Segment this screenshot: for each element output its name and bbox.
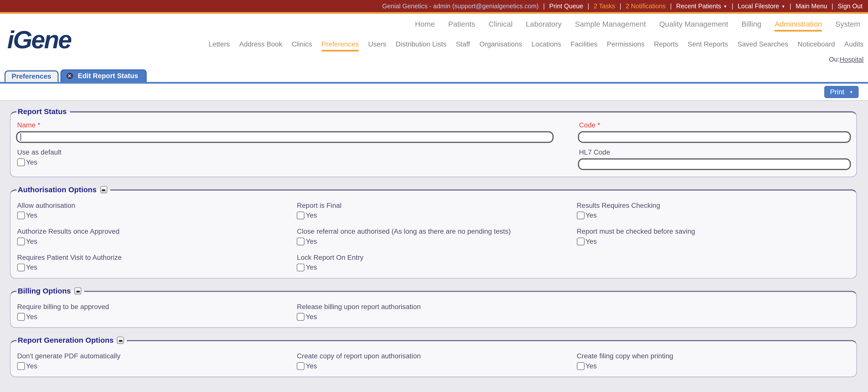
collapse-toggle-icon[interactable] xyxy=(100,186,107,193)
topbar-2-notifications[interactable]: 2 Notifications xyxy=(626,3,665,9)
section-report-status: Report Status Name * Use as default Yes … xyxy=(10,108,857,177)
code-label: Code * xyxy=(579,121,851,129)
hl7-code-input[interactable] xyxy=(578,158,851,170)
section-report-generation-options: Report Generation OptionsDon't generate … xyxy=(10,336,857,377)
sub-nav-reports[interactable]: Reports xyxy=(654,40,678,52)
option-label: Report is Final xyxy=(297,202,571,209)
checkbox-grid: Allow authorisationYesReport is FinalYes… xyxy=(16,202,851,271)
sub-nav-users[interactable]: Users xyxy=(368,40,386,52)
topbar-print-queue[interactable]: Print Queue xyxy=(549,3,583,9)
requires-patient-visit-to-authorize-checkbox[interactable] xyxy=(17,264,25,271)
print-button[interactable]: Print ▼ xyxy=(825,86,859,98)
separator-pipe: | xyxy=(543,3,545,9)
topbar-sign-out[interactable]: Sign Out xyxy=(838,3,863,9)
main-nav-quality-management[interactable]: Quality Management xyxy=(659,20,728,31)
tab-label: Edit Report Status xyxy=(78,72,138,80)
checkbox-option: Report is FinalYes xyxy=(296,202,571,219)
require-billing-to-be-approved-checkbox[interactable] xyxy=(17,313,25,321)
checkbox-label: Yes xyxy=(585,238,597,245)
main-nav-laboratory[interactable]: Laboratory xyxy=(526,20,562,31)
close-referral-once-authorised-as-long-as-there-are-no-pending-tests-checkbox[interactable] xyxy=(297,238,305,245)
topbar-recent-patients[interactable]: Recent Patients▼ xyxy=(676,3,727,9)
tab-edit-report-status[interactable]: ✕Edit Report Status xyxy=(60,69,147,82)
section-title: Report Generation Options xyxy=(18,336,114,344)
sub-nav-saved-searches[interactable]: Saved Searches xyxy=(737,40,788,52)
option-label: Release billing upon report authorisatio… xyxy=(297,303,571,311)
main-nav-home[interactable]: Home xyxy=(415,20,435,31)
topbar-items: Genial Genetics - admin (support@genialg… xyxy=(382,3,863,9)
checkbox-label: Yes xyxy=(306,264,317,271)
don-t-generate-pdf-automatically-checkbox[interactable] xyxy=(17,362,25,370)
separator-pipe: | xyxy=(670,3,672,9)
lock-report-on-entry-checkbox[interactable] xyxy=(297,264,305,271)
topbar-2-tasks[interactable]: 2 Tasks xyxy=(594,3,615,9)
option-label: Create copy of report upon authorisation xyxy=(297,352,571,360)
ou-hospital-link[interactable]: Hospital xyxy=(840,55,864,63)
results-requires-checking-checkbox[interactable] xyxy=(577,212,584,219)
checkbox-label: Yes xyxy=(26,313,37,321)
sub-nav-sent-reports[interactable]: Sent Reports xyxy=(688,40,728,52)
collapse-toggle-icon[interactable] xyxy=(74,288,82,295)
main-nav-billing[interactable]: Billing xyxy=(741,20,761,31)
option-label: Create filing copy when printing xyxy=(577,352,851,360)
main-nav-clinical[interactable]: Clinical xyxy=(489,20,513,31)
navigation: HomePatientsClinicalLaboratorySample Man… xyxy=(0,14,868,63)
action-bar: Print ▼ xyxy=(0,84,868,101)
checkbox-option: Don't generate PDF automaticallyYes xyxy=(16,352,291,370)
main-nav-patients[interactable]: Patients xyxy=(448,20,475,31)
topbar-local-filestore[interactable]: Local Filestore▼ xyxy=(738,3,785,9)
sub-nav-organisations[interactable]: Organisations xyxy=(479,40,522,52)
tab-underline xyxy=(0,82,868,84)
right-column: Code * HL7 Code xyxy=(578,117,851,170)
checkbox-grid: Don't generate PDF automaticallyYesCreat… xyxy=(16,352,851,370)
create-copy-of-report-upon-authorisation-checkbox[interactable] xyxy=(297,362,305,370)
checkbox-option: Require billing to be approvedYes xyxy=(16,303,291,321)
use-as-default-checkbox[interactable] xyxy=(17,158,25,166)
separator-pipe: | xyxy=(732,3,733,9)
topbar-main-menu[interactable]: Main Menu xyxy=(796,3,827,9)
main-nav-administration[interactable]: Administration xyxy=(775,20,822,31)
collapse-toggle-icon[interactable] xyxy=(117,337,124,344)
code-input[interactable] xyxy=(578,131,851,143)
create-filing-copy-when-printing-checkbox[interactable] xyxy=(577,362,584,370)
report-is-final-checkbox[interactable] xyxy=(297,212,305,219)
checkbox-option: Authorize Results once ApprovedYes xyxy=(16,228,291,245)
sub-nav-facilities[interactable]: Facilities xyxy=(570,40,597,52)
sub-nav-noticeboard[interactable]: Noticeboard xyxy=(798,40,835,52)
checkbox-label: Yes xyxy=(585,362,597,370)
checkbox-option: Release billing upon report authorisatio… xyxy=(296,303,571,321)
checkbox-option: Create copy of report upon authorisation… xyxy=(296,352,571,370)
sub-nav-audits[interactable]: Audits xyxy=(844,40,864,52)
account-link[interactable]: Genial Genetics - admin (support@genialg… xyxy=(382,3,539,9)
name-input[interactable] xyxy=(16,131,554,143)
checkbox-option: Requires Patient Visit to AuthorizeYes xyxy=(16,253,291,271)
report-must-be-checked-before-saving-checkbox[interactable] xyxy=(577,238,584,245)
checkbox-option: Lock Report On EntryYes xyxy=(296,253,571,271)
sub-nav-preferences[interactable]: Preferences xyxy=(321,40,359,52)
main-nav-system[interactable]: System xyxy=(835,20,860,31)
tab-preferences[interactable]: Preferences xyxy=(4,70,59,82)
sub-nav-staff[interactable]: Staff xyxy=(456,40,470,52)
sub-nav-address-book[interactable]: Address Book xyxy=(239,40,282,52)
sub-nav-clinics[interactable]: Clinics xyxy=(291,40,312,52)
sub-nav-locations[interactable]: Locations xyxy=(531,40,561,52)
section-legend: Report Generation Options xyxy=(17,336,127,344)
option-label: Don't generate PDF automatically xyxy=(17,352,291,360)
application-window: Genial Genetics - admin (support@genialg… xyxy=(0,0,868,392)
close-icon[interactable]: ✕ xyxy=(66,72,73,80)
sub-nav-permissions[interactable]: Permissions xyxy=(607,40,645,52)
checkbox-label: Yes xyxy=(26,158,37,166)
option-label: Results Requires Checking xyxy=(577,202,851,209)
option-label: Require billing to be approved xyxy=(17,303,291,311)
text-cursor xyxy=(21,133,21,141)
sub-nav-distribution-lists[interactable]: Distribution Lists xyxy=(396,40,446,52)
allow-authorisation-checkbox[interactable] xyxy=(17,212,25,219)
checkbox-label: Yes xyxy=(26,212,37,219)
authorize-results-once-approved-checkbox[interactable] xyxy=(17,238,25,245)
main-nav-sample-management[interactable]: Sample Management xyxy=(575,20,646,31)
topbar: Genial Genetics - admin (support@genialg… xyxy=(0,0,868,12)
sub-nav-letters[interactable]: Letters xyxy=(209,40,230,52)
release-billing-upon-report-authorisation-checkbox[interactable] xyxy=(297,313,305,321)
left-column: Name * Use as default Yes xyxy=(16,117,554,170)
print-button-label: Print xyxy=(830,88,844,96)
